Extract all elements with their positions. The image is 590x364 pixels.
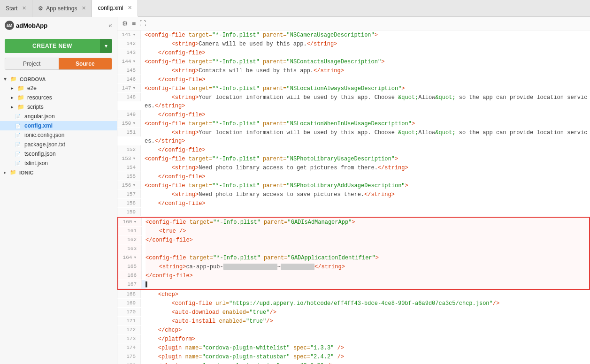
create-new-dropdown-arrow[interactable]: ▾: [100, 39, 112, 53]
code-line-156: 156 <config-file target="*-Info.plist" p…: [117, 181, 590, 190]
code-line-143: 143 </config-file>: [117, 48, 590, 57]
tree-item-angular-json[interactable]: 📄 angular.json: [0, 112, 117, 121]
create-new-button[interactable]: CREATE NEW ▾: [5, 39, 112, 53]
tree-item-e2e[interactable]: ▸ 📁 e2e: [0, 83, 117, 93]
editor-toolbar: ⚙ ≡ ⛶: [117, 17, 590, 30]
line-content-161: <true />: [146, 227, 589, 235]
line-content-174: <plugin name="cordova-plugin-whitelist" …: [145, 343, 590, 352]
line-num-168: 168: [117, 290, 141, 298]
file-icon-tslint: 📄: [15, 161, 21, 166]
code-line-163: 163: [118, 244, 589, 253]
tab-app-settings-label: App settings: [46, 5, 77, 12]
tree-item-tsconfig[interactable]: 📄 tsconfig.json: [0, 149, 117, 159]
line-content-148: <string>Your location information will b…: [145, 93, 590, 110]
tree-item-scripts[interactable]: ▸ 📁 scripts: [0, 102, 117, 112]
project-source-tabs: Project Source: [5, 58, 112, 70]
source-tab[interactable]: Source: [59, 58, 112, 69]
tab-start-close[interactable]: ✕: [22, 5, 26, 11]
line-num-142: 142: [117, 39, 141, 48]
line-num-160: 160: [118, 218, 142, 226]
project-tab[interactable]: Project: [5, 58, 59, 69]
code-line-162: 162 </config-file>: [118, 235, 589, 244]
code-line-164: 164 <config-file target="*-Info.plist" p…: [118, 253, 589, 262]
code-line-151: 151 <string>Your location information wi…: [117, 128, 590, 145]
tab-start-label: Start: [6, 5, 17, 12]
line-num-162: 162: [118, 235, 142, 244]
line-num-175: 175: [117, 352, 141, 361]
expand-arrow-ionic: ▸: [4, 170, 6, 175]
expand-arrow-e2e: ▸: [11, 86, 14, 91]
code-line-171: 171 <auto-install enabled="true"/>: [117, 317, 590, 326]
code-line-173: 173 </platform>: [117, 334, 590, 343]
line-num-170: 170: [117, 308, 141, 316]
collapse-sidebar-button[interactable]: «: [108, 22, 112, 29]
line-content-152: </config-file>: [145, 145, 590, 154]
tab-config-xml[interactable]: config.xml ✕: [92, 0, 138, 17]
tab-config-xml-label: config.xml: [98, 5, 123, 11]
tree-label-e2e: e2e: [27, 85, 37, 91]
line-num-165: 165: [118, 262, 142, 271]
code-line-144: 144 <config-file target="*-Info.plist" p…: [117, 57, 590, 66]
app-settings-icon: ⚙: [38, 5, 43, 12]
tree-item-package-json[interactable]: 📄 package.json.txt: [0, 140, 117, 149]
file-icon-angular: 📄: [15, 114, 21, 119]
code-line-149: 149 </config-file>: [117, 110, 590, 119]
tab-app-settings[interactable]: ⚙ App settings ✕: [32, 0, 92, 17]
line-num-174: 174: [117, 343, 141, 352]
code-line-176: 176 <plugin name="cordova-plugin-device"…: [117, 361, 590, 364]
tree-item-ionic-config[interactable]: 📄 ionic.config.json: [0, 130, 117, 140]
tree-item-ionic[interactable]: ▸ 📁 IONIC: [0, 168, 117, 177]
code-line-141: 141 <config-file target="*-Info.plist" p…: [117, 30, 590, 39]
line-num-145: 145: [117, 66, 141, 75]
code-line-150: 150 <config-file target="*-Info.plist" p…: [117, 119, 590, 128]
code-line-172: 172 </chcp>: [117, 326, 590, 334]
file-icon-config: 📄: [15, 123, 21, 129]
tab-app-settings-close[interactable]: ✕: [82, 5, 86, 11]
code-line-175: 175 <plugin name="cordova-plugin-statusb…: [117, 352, 590, 361]
line-num-167: 167: [118, 280, 142, 288]
tree-label-package: package.json.txt: [24, 141, 65, 148]
line-content-147: <config-file target="*-Info.plist" paren…: [145, 84, 590, 93]
line-content-150: <config-file target="*-Info.plist" paren…: [145, 119, 590, 128]
code-line-154: 154 <string>Need photo library access to…: [117, 163, 590, 172]
line-content-143: </config-file>: [145, 48, 590, 57]
line-content-175: <plugin name="cordova-plugin-statusbar" …: [145, 352, 590, 361]
settings-icon[interactable]: ⚙: [122, 20, 128, 27]
tab-config-xml-close[interactable]: ✕: [128, 5, 132, 11]
code-line-148: 148 <string>Your location information wi…: [117, 93, 590, 110]
sidebar: aM adMobApp « CREATE NEW ▾ Project Sourc…: [0, 17, 117, 364]
tree-item-cordova[interactable]: ▾ 📁 CORDOVA: [0, 75, 117, 83]
code-editor[interactable]: 141 <config-file target="*-Info.plist" p…: [117, 30, 590, 364]
code-line-147: 147 <config-file target="*-Info.plist" p…: [117, 84, 590, 93]
line-num-157: 157: [117, 190, 141, 198]
tree-item-config-xml[interactable]: 📄 config.xml: [0, 121, 117, 130]
line-num-172: 172: [117, 326, 141, 334]
line-content-146: </config-file>: [145, 75, 590, 84]
tab-start[interactable]: Start ✕: [0, 0, 32, 17]
line-num-169: 169: [117, 299, 141, 307]
line-content-142: <string>Camera will be used by this app.…: [145, 39, 590, 48]
tree-item-tslint[interactable]: 📄 tslint.json: [0, 159, 117, 168]
line-content-144: <config-file target="*-Info.plist" paren…: [145, 57, 590, 66]
code-line-170: 170 <auto-download enabled="true"/>: [117, 308, 590, 317]
expand-icon[interactable]: ⛶: [139, 20, 146, 27]
folder-icon-resources: 📁: [17, 94, 24, 101]
line-content-163: [146, 244, 589, 253]
line-content-171: <auto-install enabled="true"/>: [145, 317, 590, 326]
line-num-144: 144: [117, 57, 141, 66]
line-content-168: <chcp>: [145, 290, 590, 299]
format-icon[interactable]: ≡: [132, 20, 136, 27]
tree-label-angular: angular.json: [24, 113, 55, 120]
file-icon-package: 📄: [15, 142, 21, 147]
line-content-164: <config-file target="*-Info.plist" paren…: [146, 253, 589, 262]
line-content-154: <string>Need photo library access to get…: [145, 163, 590, 172]
code-line-161: 161 <true />: [118, 227, 589, 235]
line-num-141: 141: [117, 30, 141, 39]
code-line-152: 152 </config-file>: [117, 145, 590, 154]
code-line-169: 169 <config-file url="https://upd.appery…: [117, 299, 590, 308]
tree-item-resources[interactable]: ▸ 📁 resources: [0, 93, 117, 102]
line-num-148: 148: [117, 93, 141, 101]
create-new-label[interactable]: CREATE NEW: [5, 39, 100, 53]
code-line-157: 157 <string>Need photo library access to…: [117, 190, 590, 199]
app-logo: aM: [5, 21, 14, 30]
